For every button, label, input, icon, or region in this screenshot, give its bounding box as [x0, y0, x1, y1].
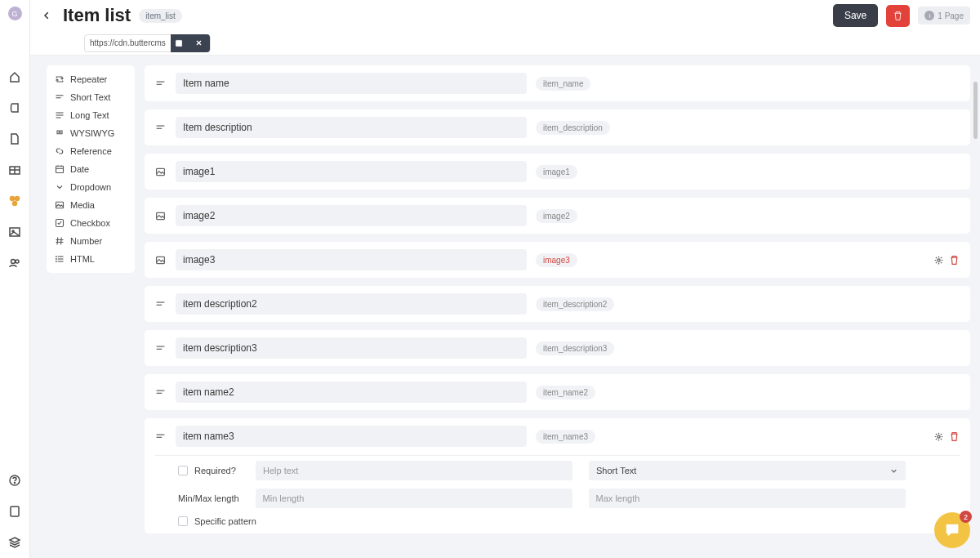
page-slug: item_list — [139, 9, 182, 23]
required-label: Required? — [194, 466, 239, 475]
field-type-icon — [155, 78, 167, 89]
field-name-input[interactable]: item name2 — [176, 382, 527, 403]
help-text-input[interactable] — [256, 461, 572, 480]
url-row — [30, 31, 980, 56]
nav-collections[interactable] — [0, 154, 30, 185]
field-type-icon — [155, 211, 167, 221]
canvas: Item nameitem_nameItem descriptionitem_d… — [145, 65, 970, 542]
field-delete-button[interactable] — [949, 431, 960, 442]
nav-rail: G — [0, 0, 30, 558]
field-card[interactable]: Item nameitem_name — [145, 65, 970, 101]
nav-home[interactable] — [0, 61, 30, 92]
palette-label: Dropdown — [70, 182, 111, 192]
save-button[interactable]: Save — [833, 4, 878, 27]
palette-item-checkbox[interactable]: Checkbox — [51, 214, 130, 232]
field-card[interactable]: image3image3 — [145, 242, 970, 278]
field-card[interactable]: item description2item_description2 — [145, 286, 970, 322]
field-slug: item_name2 — [536, 386, 595, 400]
field-name-input[interactable]: item description3 — [176, 337, 527, 359]
palette-item-reference[interactable]: Reference — [51, 142, 130, 160]
palette-label: HTML — [70, 254, 95, 264]
field-slug: image1 — [536, 165, 577, 179]
topbar: Item list item_list Save i1 Page — [30, 0, 980, 31]
page-count-badge[interactable]: i1 Page — [918, 7, 970, 25]
min-length-input[interactable] — [256, 489, 572, 508]
delete-button[interactable] — [886, 5, 910, 27]
url-input[interactable] — [85, 38, 171, 47]
palette-item-repeater[interactable]: Repeater — [51, 70, 130, 88]
minmax-label: Min/Max length — [178, 493, 239, 503]
field-type-icon — [155, 167, 167, 177]
field-name-input[interactable]: image2 — [176, 205, 527, 226]
back-button[interactable] — [40, 11, 55, 20]
palette-item-number[interactable]: Number — [51, 232, 130, 250]
palette-label: Media — [70, 200, 95, 210]
chat-fab[interactable]: 2 — [934, 512, 970, 548]
palette-item-media[interactable]: Media — [51, 196, 130, 214]
field-name-input[interactable]: Item name — [176, 73, 527, 94]
palette-item-dropdown[interactable]: Dropdown — [51, 178, 130, 196]
field-type-icon — [155, 387, 167, 398]
field-name-input[interactable] — [183, 431, 519, 442]
field-type-icon — [155, 255, 167, 266]
palette-item-date[interactable]: Date — [51, 160, 130, 178]
field-settings-button[interactable] — [933, 255, 944, 266]
nav-pages[interactable] — [0, 123, 30, 154]
page-title: Item list — [63, 5, 131, 26]
palette-label: Repeater — [70, 74, 107, 84]
field-slug: item_description — [536, 121, 610, 135]
palette-item-html[interactable]: HTML — [51, 250, 130, 268]
field-card[interactable]: item description3item_description3 — [145, 330, 970, 366]
nav-docs[interactable] — [0, 496, 30, 527]
required-checkbox[interactable] — [178, 466, 188, 475]
field-delete-button[interactable] — [949, 255, 960, 266]
field-slug: image2 — [536, 209, 577, 223]
field-card[interactable]: Item descriptionitem_description — [145, 109, 970, 145]
nav-media[interactable] — [0, 217, 30, 248]
pattern-checkbox[interactable] — [178, 516, 188, 526]
field-type-icon — [155, 123, 167, 133]
field-slug: image3 — [536, 253, 577, 267]
field-slug: item_description2 — [536, 297, 614, 311]
field-type-select[interactable]: Short Text — [589, 461, 906, 480]
field-type-icon — [155, 431, 167, 442]
media-preview-icon[interactable] — [171, 34, 187, 52]
max-length-input[interactable] — [589, 489, 906, 508]
nav-blog[interactable] — [0, 92, 30, 123]
palette-label: Short Text — [70, 92, 110, 102]
chat-badge: 2 — [960, 511, 972, 523]
field-name-input[interactable]: image1 — [176, 161, 527, 182]
palette-item-short-text[interactable]: Short Text — [51, 88, 130, 106]
field-card[interactable]: item name2item_name2 — [145, 374, 970, 410]
field-name-input[interactable]: Item description — [176, 117, 527, 138]
field-card[interactable]: item_name3Required?Short TextMin/Max len… — [145, 418, 970, 533]
field-type-icon — [155, 299, 167, 310]
palette-label: Date — [70, 164, 89, 174]
palette-label: Checkbox — [70, 218, 110, 228]
pattern-label: Specific pattern — [194, 516, 256, 526]
palette-label: Long Text — [70, 110, 109, 120]
field-slug: item_name — [536, 77, 590, 91]
palette-item-wysiwyg[interactable]: WYSIWYG — [51, 124, 130, 142]
palette-item-long-text[interactable]: Long Text — [51, 106, 130, 124]
nav-components[interactable] — [0, 185, 30, 217]
field-card[interactable]: image1image1 — [145, 154, 970, 190]
field-card[interactable]: image2image2 — [145, 198, 970, 234]
nav-help[interactable] — [0, 465, 30, 496]
field-name-input[interactable]: image3 — [176, 249, 527, 270]
field-palette: RepeaterShort TextLong TextWYSIWYGRefere… — [47, 65, 135, 273]
nav-users[interactable] — [0, 248, 30, 279]
avatar[interactable]: G — [8, 7, 22, 20]
palette-label: Reference — [70, 146, 112, 156]
field-settings-button[interactable] — [933, 431, 944, 442]
field-slug: item_description3 — [536, 341, 614, 355]
field-name-input[interactable]: item description2 — [176, 293, 527, 315]
palette-label: WYSIWYG — [70, 128, 114, 138]
field-slug: item_name3 — [536, 430, 595, 444]
palette-label: Number — [70, 236, 102, 246]
url-clear-button[interactable] — [187, 34, 210, 52]
scrollbar[interactable] — [973, 82, 978, 139]
field-type-icon — [155, 343, 167, 354]
nav-env[interactable] — [0, 527, 30, 558]
